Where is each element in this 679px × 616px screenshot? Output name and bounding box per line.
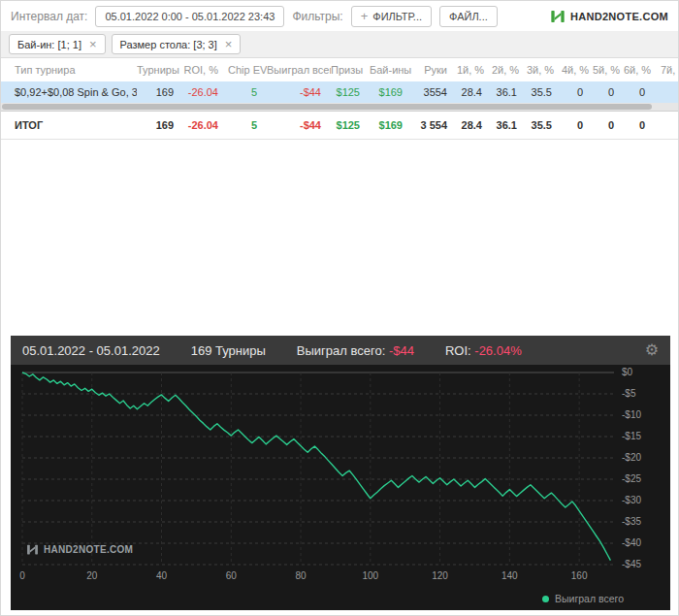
col-roi[interactable]: ROI, % [183,58,228,81]
watermark-logo: HAND2NOTE.COM [26,543,133,556]
cell-hands: 3554 [412,81,457,103]
svg-text:-$10: -$10 [622,409,641,420]
date-range-button[interactable]: 05.01.2022 0:00 - 05.01.2022 23:43 [95,6,284,27]
chart-header: 05.01.2022 - 05.01.2022 169 Турниры Выиг… [11,336,670,365]
svg-text:40: 40 [156,570,168,581]
cell-1st-pct: 28.4 [457,81,492,103]
date-range-value: 05.01.2022 0:00 - 05.01.2022 23:43 [105,11,275,22]
close-icon[interactable]: × [89,38,97,50]
cell-buyins: $169 [370,81,412,103]
total-1st-pct: 28.4 [457,112,492,140]
col-tournament-type[interactable]: Тип турнира [1,58,137,81]
settings-gear-icon[interactable]: ⚙ [645,342,659,358]
chart-panel: 05.01.2022 - 05.01.2022 169 Турниры Выиг… [11,336,670,610]
cell-4th-pct: 0 [562,81,593,103]
results-table: Тип турнира Турниры ROI, % Chip EV Выигр… [1,58,678,140]
legend-label: Выиграл всего [555,593,624,604]
svg-text:140: 140 [501,570,518,581]
chart-roi: ROI: -26.04% [445,343,522,358]
svg-text:-$40: -$40 [622,537,641,548]
legend-marker-icon [542,596,549,602]
hand2note-logo-text: HAND2NOTE.COM [570,11,668,22]
svg-text:60: 60 [226,570,238,581]
table-row[interactable]: $0,92+$0,08 Spin & Go, 3max 169 -26.04 5… [1,81,678,103]
svg-text:-$45: -$45 [622,559,641,569]
cell-chip-ev: 5 [228,81,267,103]
hand2note-h-icon [550,9,566,24]
col-tournaments[interactable]: Турниры [137,58,183,81]
total-row: ИТОГ 169 -26.04 5 -$44 $125 $169 3 554 2… [1,112,678,140]
cell-won-total: -$44 [267,81,331,103]
svg-text:-$20: -$20 [622,452,641,463]
filters-label: Фильтры: [292,10,342,23]
col-1st-pct[interactable]: 1й, % [457,58,492,81]
chart-won-value: -$44 [389,343,414,358]
hand2note-logo: HAND2NOTE.COM [550,9,668,24]
chart-date-range: 05.01.2022 - 05.01.2022 [22,343,160,358]
plus-icon: + [361,10,369,22]
total-roi: -26.04 [183,112,228,140]
col-7th-pct[interactable]: 7й, % [655,58,678,81]
app-window: Интервал дат: 05.01.2022 0:00 - 05.01.20… [0,0,679,616]
total-7th-pct [655,112,678,140]
total-2nd-pct: 36.1 [492,112,527,140]
cell-7th-pct [655,81,678,103]
col-won-total[interactable]: Выиграл всего [267,58,331,81]
filter-chips-row: Бай-ин: [1; 1] × Размер стола: [3; 3] × [1,31,678,58]
svg-text:-$15: -$15 [622,431,641,441]
col-6th-pct[interactable]: 6й, % [624,58,655,81]
svg-text:-$5: -$5 [622,388,636,399]
chart-legend-item[interactable]: Выиграл всего [542,593,624,604]
close-icon[interactable]: × [225,38,233,50]
cell-tournament-type: $0,92+$0,08 Spin & Go, 3max [1,81,137,103]
watermark-h-icon [26,543,39,556]
cell-3rd-pct: 35.5 [527,81,562,103]
svg-text:$0: $0 [622,367,633,377]
col-buyins[interactable]: Бай-ины [370,58,412,81]
col-chip-ev[interactable]: Chip EV [228,58,267,81]
cell-6th-pct: 0 [624,81,655,103]
svg-text:0: 0 [19,570,25,581]
filter-chip-table-size[interactable]: Размер стола: [3; 3] × [112,34,242,54]
add-filter-label: ФИЛЬТР... [372,11,422,22]
horizontal-scrollbar[interactable] [1,103,678,111]
total-buyins: $169 [370,112,412,140]
total-chip-ev: 5 [228,112,267,140]
total-prizes: $125 [331,112,370,140]
total-3rd-pct: 35.5 [527,112,562,140]
total-won: -$44 [267,112,331,140]
svg-text:120: 120 [432,570,448,581]
col-4th-pct[interactable]: 4й, % [562,58,593,81]
col-hands[interactable]: Руки [412,58,457,81]
date-interval-label: Интервал дат: [11,10,87,23]
col-prizes[interactable]: Призы [331,58,370,81]
total-5th-pct: 0 [593,112,624,140]
col-2nd-pct[interactable]: 2й, % [492,58,527,81]
cell-tournaments: 169 [137,81,183,103]
add-filter-button[interactable]: + ФИЛЬТР... [351,6,432,27]
filter-chip-buyin[interactable]: Бай-ин: [1; 1] × [9,34,106,54]
cell-roi: -26.04 [183,81,228,103]
svg-text:-$30: -$30 [622,495,641,505]
total-label: ИТОГ [1,112,137,140]
chart-roi-value: -26.04% [474,343,521,358]
total-tournaments: 169 [137,112,183,140]
total-4th-pct: 0 [562,112,593,140]
cell-2nd-pct: 36.1 [492,81,527,103]
svg-text:-$35: -$35 [622,516,641,527]
filter-chip-buyin-label: Бай-ин: [1; 1] [17,39,81,50]
col-5th-pct[interactable]: 5й, % [593,58,624,81]
file-button[interactable]: ФАЙЛ... [439,6,498,27]
scrollbar-thumb[interactable] [2,104,652,110]
total-hands: 3 554 [412,112,457,140]
chart-won-total: Выиграл всего: -$44 [297,343,414,358]
chart-tournaments-count: 169 Турниры [191,343,266,358]
svg-text:80: 80 [295,570,307,581]
col-3rd-pct[interactable]: 3й, % [527,58,562,81]
watermark-text: HAND2NOTE.COM [44,544,133,555]
cell-5th-pct: 0 [593,81,624,103]
svg-text:20: 20 [86,570,98,581]
filter-chip-table-size-label: Размер стола: [3; 3] [120,39,217,50]
total-6th-pct: 0 [624,112,655,140]
table-header-row: Тип турнира Турниры ROI, % Chip EV Выигр… [1,58,678,81]
